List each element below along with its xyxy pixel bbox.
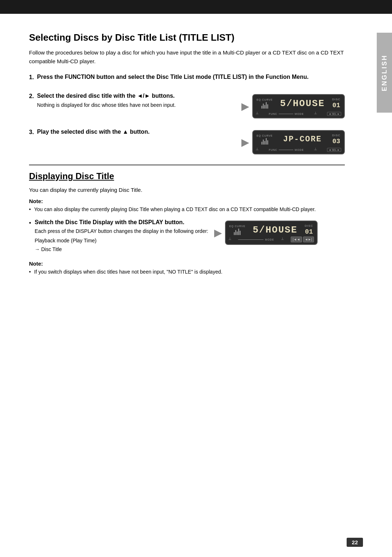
section-separator [29, 165, 345, 165]
display3-right: DISC 01 [305, 224, 313, 235]
bullet-with-panel: Switch the Disc Title Display with the D… [35, 219, 318, 254]
step2-row: 2. Select the desired disc title with th… [29, 93, 345, 118]
display3-btn-next: ◄►| [303, 237, 314, 242]
step3-heading: Play the selected disc with the ▲ button… [37, 129, 236, 135]
display1-mode-line [279, 114, 293, 114]
eq-bar-d2-1 [261, 142, 262, 145]
display1-func-mode: FUNC MODE [269, 113, 304, 115]
step2-display-part: ▶ EQ CURVE [241, 94, 345, 118]
step3-number: 3. [29, 129, 37, 136]
section2-intro: You can display the currently playing Di… [29, 186, 345, 194]
eq-bar-d3-2 [235, 230, 236, 235]
display-panel-3: EQ CURVE 5/HOUSE [225, 221, 318, 245]
display3-c-right: ┴ [281, 238, 284, 242]
display1-right: DISC 01 [332, 98, 340, 109]
step2-arrow: ▶ [241, 101, 249, 112]
step1-heading: Press the FUNCTION button and select the… [37, 74, 345, 80]
eq-bar-3 [264, 105, 265, 109]
display2-bottom: ┴ FUNC MODE ┴ ◄ SEL ► [256, 148, 341, 152]
display3-eq: EQ CURVE [229, 225, 245, 235]
display1-c-left: ┴ [256, 112, 258, 116]
step3-with-panel: Play the selected disc with the ▲ button… [37, 129, 345, 154]
display3-btn-prev: |◄◄ [291, 237, 302, 242]
eq-bar-4 [266, 102, 267, 109]
section2-note2-heading: Note: [29, 261, 345, 267]
section2-note-heading: Note: [29, 198, 345, 204]
display2-sel: ◄ SEL ► [327, 148, 341, 152]
step3-body: Play the selected disc with the ▲ button… [37, 129, 345, 154]
main-content: Selecting Discs by Disc Title List (TITL… [0, 14, 392, 303]
playback-mode-line: Playback mode (Play Time) [35, 237, 208, 245]
display2-right: DISC 03 [332, 134, 340, 145]
bullet-body-1: Each press of the DISPLAY button changes… [35, 227, 208, 235]
step2-text: Select the desired disc title with the ◄… [37, 93, 236, 109]
step1-number: 1. [29, 74, 37, 81]
step2-heading: Select the desired disc title with the ◄… [37, 93, 236, 99]
display2-eq-bars [261, 137, 268, 145]
display2-mode-line [279, 150, 293, 150]
eq-bar-d2-5 [267, 140, 268, 145]
display2-func-mode: FUNC MODE [269, 149, 304, 151]
section2-note-bullet: You can also display the currently playi… [29, 206, 345, 213]
section1-intro: Follow the procedures below to play a di… [29, 48, 345, 66]
bullet-step-display: • Switch the Disc Title Display with the… [29, 219, 345, 254]
step3-display-part: ▶ EQ CURVE [241, 130, 345, 154]
bullet-text: Switch the Disc Title Display with the D… [35, 219, 208, 254]
display2-eq: EQ CURVE [257, 134, 273, 145]
display3-mode-row: MODE [238, 238, 274, 241]
step3-arrow: ▶ [241, 137, 249, 148]
step2-with-panel: Select the desired disc title with the ◄… [37, 93, 345, 118]
display3-mode: MODE [265, 238, 274, 241]
display3-eq-bars [234, 228, 241, 235]
section1-title: Selecting Discs by Disc Title List (TITL… [29, 32, 345, 43]
display1-main-text: 5/HOUSE [275, 98, 330, 109]
side-tab-english: ENGLISH [377, 33, 392, 113]
bullet-arrow: ▶ [214, 228, 222, 238]
step3-text: Play the selected disc with the ▲ button… [37, 129, 236, 137]
display3-top-row: EQ CURVE 5/HOUSE [229, 224, 313, 235]
bullet-heading: Switch the Disc Title Display with the D… [35, 219, 208, 226]
eq-bar-d2-2 [263, 140, 264, 145]
disc-title-line: → Disc Title [35, 245, 208, 254]
step2-subtext: Nothing is displayed for disc whose titl… [37, 101, 236, 109]
display2-eq-label: EQ CURVE [257, 134, 273, 137]
display2-main-text: JP-CORE [275, 135, 330, 144]
display2-mode: MODE [295, 149, 304, 151]
eq-bar-d3-4 [238, 229, 239, 235]
step3-row: 3. Play the selected disc with the ▲ but… [29, 129, 345, 154]
display-panel-1: EQ CURVE 5/HOUSE [252, 94, 345, 118]
display-panel-2: EQ CURVE JP-CORE [252, 130, 345, 154]
page-number: 22 [347, 538, 363, 547]
display1-func: FUNC [269, 113, 277, 115]
step1-row: 1. Press the FUNCTION button and select … [29, 74, 345, 82]
display3-disc-label: DISC [305, 224, 313, 227]
display3-bottom: ┴ MODE ┴ |◄◄ ◄►| [229, 237, 314, 242]
display1-disc-number: 01 [332, 102, 340, 109]
display1-bottom: ┴ FUNC MODE ┴ ◄ SEL ► [256, 112, 341, 116]
bullet-display-part: ▶ EQ CURVE [214, 221, 318, 245]
display3-ctrl-btns: |◄◄ ◄►| [291, 237, 314, 242]
display1-sel: ◄ SEL ► [327, 112, 341, 116]
eq-bar-d2-4 [266, 138, 267, 145]
display1-mode: MODE [295, 113, 304, 115]
display1-eq-label: EQ CURVE [257, 98, 273, 101]
display1-disc-label: DISC [332, 98, 340, 101]
top-bar [0, 0, 392, 14]
display2-c-right: ┴ [314, 148, 317, 152]
eq-bar-d3-5 [240, 231, 241, 235]
section2-note2-bullet: If you switch displays when disc titles … [29, 268, 345, 276]
display3-main-text: 5/HOUSE [248, 225, 302, 235]
display1-eq-bars [261, 101, 268, 109]
display3-c-left: ┴ [229, 238, 231, 242]
eq-bar-5 [267, 104, 268, 109]
eq-bar-1 [261, 106, 262, 109]
display2-c-left: ┴ [256, 148, 258, 152]
step1-body: Press the FUNCTION button and select the… [37, 74, 345, 82]
eq-bar-2 [263, 104, 264, 109]
page-container: ENGLISH Selecting Discs by Disc Title Li… [0, 0, 392, 557]
display2-disc-label: DISC [332, 134, 340, 137]
eq-bar-d2-3 [264, 141, 265, 145]
display2-disc-number: 03 [332, 138, 340, 145]
section2-title: Displaying Disc Title [29, 171, 345, 181]
display2-func: FUNC [269, 149, 277, 151]
